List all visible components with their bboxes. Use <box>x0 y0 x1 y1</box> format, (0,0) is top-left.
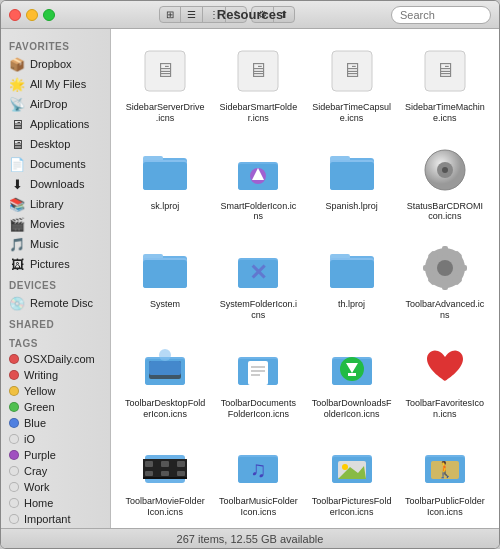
movies-icon: 🎬 <box>9 216 25 232</box>
sidebar-item-desktop[interactable]: 🖥 Desktop <box>1 134 110 154</box>
svg-rect-27 <box>143 260 187 288</box>
svg-text:🖥: 🖥 <box>248 59 268 81</box>
tag-dot-icon <box>9 386 19 396</box>
sidebar-item-music[interactable]: 🎵 Music <box>1 234 110 254</box>
sidebar-item-library[interactable]: 📚 Library <box>1 194 110 214</box>
file-item[interactable]: ToolbarPicturesFolderIcon.icns <box>308 433 396 522</box>
sidebar-item-tag[interactable]: Writing <box>1 367 110 383</box>
file-item[interactable]: ToolbarAdvanced.icns <box>401 236 489 325</box>
file-item[interactable]: ♫ ToolbarMusicFolderIcon.icns <box>214 433 302 522</box>
file-name: sk.lproj <box>151 201 180 212</box>
file-icon <box>417 339 473 395</box>
list-view-btn[interactable]: ☰ <box>181 7 203 22</box>
file-item[interactable]: StatusBarCDROMIcon.icns <box>401 138 489 227</box>
file-name: ToolbarFavoritesIcon.icns <box>405 398 485 420</box>
file-item[interactable]: Spanish.lproj <box>308 138 396 227</box>
sidebar-item-tag[interactable]: Important <box>1 511 110 527</box>
sidebar-item-pictures[interactable]: 🖼 Pictures <box>1 254 110 274</box>
sidebar-item-tag[interactable]: iO <box>1 431 110 447</box>
window-title: Resources <box>217 7 283 22</box>
close-button[interactable] <box>9 9 21 21</box>
svg-point-49 <box>159 349 171 361</box>
svg-rect-48 <box>149 361 181 375</box>
file-name: ToolbarMovieFolderIcon.icns <box>125 496 205 518</box>
sidebar-item-documents[interactable]: 📄 Documents <box>1 154 110 174</box>
library-icon: 📚 <box>9 196 25 212</box>
sidebar-item-tag[interactable]: Cray <box>1 463 110 479</box>
file-item[interactable]: 🖥 SidebarSmartFolder.icns <box>214 39 302 128</box>
sidebar-item-tag[interactable]: Yellow <box>1 383 110 399</box>
devices-label: DEVICES <box>1 274 110 293</box>
shared-label: SHARED <box>1 313 110 332</box>
file-item[interactable]: ToolbarFavoritesIcon.icns <box>401 335 489 424</box>
sidebar-item-tag[interactable]: OSXDaily.com <box>1 351 110 367</box>
file-item[interactable]: 🖥 SidebarTimeMachine.icns <box>401 39 489 128</box>
search-input[interactable] <box>391 6 491 24</box>
titlebar: ⊞ ☰ ⋮ ⌃ ⚙ ⬆ Resources <box>1 1 499 29</box>
tag-dot-icon <box>9 514 19 524</box>
tag-label: Cray <box>24 465 47 477</box>
file-item[interactable]: System <box>121 236 209 325</box>
file-item[interactable]: ToolbarDocumentsFolderIcon.icns <box>214 335 302 424</box>
sidebar-item-remote-disc[interactable]: 💿 Remote Disc <box>1 293 110 313</box>
tags-label: TAGS <box>1 332 110 351</box>
sidebar-item-airdrop[interactable]: 📡 AirDrop <box>1 94 110 114</box>
svg-rect-65 <box>161 461 169 467</box>
svg-rect-67 <box>145 471 153 476</box>
tag-dot-icon <box>9 498 19 508</box>
window-controls <box>9 9 55 21</box>
file-item[interactable]: 🖥 SidebarTimeCapsule.icns <box>308 39 396 128</box>
svg-rect-64 <box>145 461 153 467</box>
file-item[interactable]: ToolbarDownloadsFolderIcon.icns <box>308 335 396 424</box>
downloads-icon: ⬇ <box>9 176 25 192</box>
status-text: 267 items, 12.55 GB available <box>177 533 324 545</box>
tag-label: Green <box>24 401 55 413</box>
sidebar-item-tag[interactable]: Home <box>1 495 110 511</box>
svg-rect-40 <box>457 265 467 271</box>
svg-rect-66 <box>177 461 185 467</box>
svg-rect-52 <box>248 361 268 385</box>
music-icon: 🎵 <box>9 236 25 252</box>
tag-dot-icon <box>9 370 19 380</box>
sidebar-item-movies[interactable]: 🎬 Movies <box>1 214 110 234</box>
svg-rect-38 <box>442 280 448 290</box>
svg-text:🚶: 🚶 <box>435 460 455 479</box>
file-item[interactable]: SmartFolderIcon.icns <box>214 138 302 227</box>
sidebar-item-dropbox[interactable]: 📦 Dropbox <box>1 54 110 74</box>
file-icon: 🖥 <box>417 43 473 99</box>
tag-label: iO <box>24 433 35 445</box>
maximize-button[interactable] <box>43 9 55 21</box>
file-name: Spanish.lproj <box>326 201 378 212</box>
tag-dot-icon <box>9 450 19 460</box>
file-item[interactable]: 🚶 ToolbarPublicFolderIcon.icns <box>401 433 489 522</box>
sidebar-item-tag[interactable]: Work <box>1 479 110 495</box>
sidebar-item-tag[interactable]: Green <box>1 399 110 415</box>
sidebar-item-downloads[interactable]: ⬇ Downloads <box>1 174 110 194</box>
file-name: SidebarTimeMachine.icns <box>405 102 485 124</box>
svg-rect-68 <box>161 471 169 476</box>
sidebar-item-tag[interactable]: Blue <box>1 415 110 431</box>
file-item[interactable]: ✕ SystemFolderIcon.icns <box>214 236 302 325</box>
sidebar-item-tag[interactable]: Purple <box>1 447 110 463</box>
svg-point-76 <box>342 464 348 470</box>
file-name: SidebarTimeCapsule.icns <box>312 102 392 124</box>
file-item[interactable]: ToolbarMovieFolderIcon.icns <box>121 433 209 522</box>
sidebar: FAVORITES 📦 Dropbox 🌟 All My Files 📡 Air… <box>1 29 111 528</box>
svg-rect-37 <box>442 246 448 256</box>
icon-view-btn[interactable]: ⊞ <box>160 7 181 22</box>
file-item[interactable]: 🖥 SidebarServerDrive.icns <box>121 39 209 128</box>
statusbar: 267 items, 12.55 GB available <box>1 528 499 548</box>
file-icon <box>324 339 380 395</box>
minimize-button[interactable] <box>26 9 38 21</box>
sidebar-item-applications[interactable]: 🖥 Applications <box>1 114 110 134</box>
file-grid: 🖥 SidebarServerDrive.icns 🖥 SidebarSmart… <box>121 39 489 528</box>
file-item[interactable]: sk.lproj <box>121 138 209 227</box>
file-item[interactable]: th.lproj <box>308 236 396 325</box>
tag-label: Work <box>24 481 49 493</box>
file-item[interactable]: ToolbarDesktopFolderIcon.icns <box>121 335 209 424</box>
file-icon <box>137 142 193 198</box>
tag-dot-icon <box>9 482 19 492</box>
tag-label: Important <box>24 513 70 525</box>
svg-rect-69 <box>177 471 185 476</box>
sidebar-item-all-my-files[interactable]: 🌟 All My Files <box>1 74 110 94</box>
